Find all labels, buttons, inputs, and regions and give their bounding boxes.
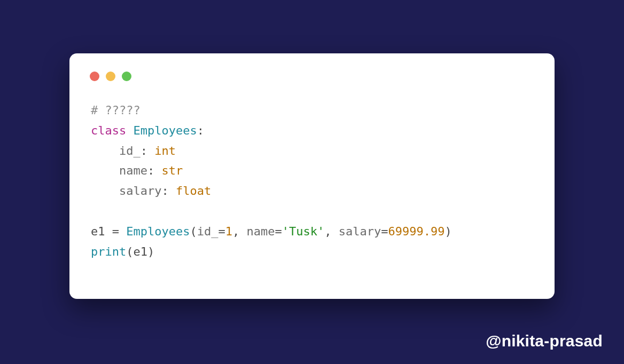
code-number: 1 — [225, 225, 232, 238]
minimize-icon — [106, 72, 115, 81]
code-type-int: int — [154, 144, 176, 157]
author-credit: @nikita-prasad — [486, 332, 603, 350]
code-string: 'Tusk' — [282, 225, 324, 238]
code-card: # ????? class Employees: id_: int name: … — [69, 53, 555, 299]
zoom-icon — [122, 72, 131, 81]
code-attr-salary: salary — [119, 184, 161, 197]
code-type-str: str — [161, 164, 183, 177]
code-call-classname: Employees — [126, 225, 190, 238]
code-builtin-print: print — [91, 245, 126, 258]
code-classname: Employees — [133, 124, 197, 137]
code-attr-name: name — [119, 164, 147, 177]
close-icon — [90, 72, 99, 81]
window-controls — [90, 72, 533, 81]
code-block: # ????? class Employees: id_: int name: … — [91, 100, 533, 262]
code-type-float: float — [176, 184, 211, 197]
code-number: 69999.99 — [388, 225, 444, 238]
code-attr-id: id_ — [119, 144, 141, 157]
code-var-e1: e1 — [91, 225, 105, 238]
code-comment: # ????? — [91, 104, 141, 117]
code-keyword-class: class — [91, 124, 126, 137]
